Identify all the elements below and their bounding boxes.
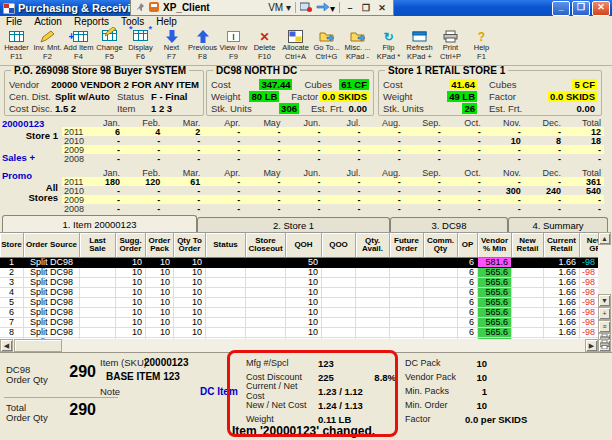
vm-devices-icon[interactable] bbox=[300, 2, 312, 14]
close-button[interactable]: ✕ bbox=[592, 1, 610, 16]
scroll-up-button[interactable]: ▲ bbox=[598, 232, 611, 245]
column-header-status[interactable]: Status bbox=[206, 233, 246, 258]
table-row[interactable]: 8Split DC98101010106565.61.66-98 bbox=[0, 328, 611, 338]
dc-item-link[interactable]: DC Item bbox=[200, 386, 238, 397]
tab-3[interactable]: 3. DC98 bbox=[390, 217, 508, 232]
menu-help[interactable]: Help bbox=[150, 16, 183, 28]
table-row[interactable]: 2Split DC98101010106565.61.66-98 bbox=[0, 268, 611, 278]
tab-2[interactable]: 2. Store 1 bbox=[197, 217, 390, 232]
column-header-op[interactable]: OP bbox=[458, 233, 478, 258]
table-row[interactable]: 4Split DC98101010106565.61.66-98 bbox=[0, 288, 611, 298]
scroll-down-button[interactable]: ▼ bbox=[598, 294, 611, 307]
column-header-qoo[interactable]: QOO bbox=[322, 233, 356, 258]
tab-1[interactable]: 1. Item 20000123 bbox=[2, 215, 197, 232]
horizontal-scrollbar[interactable]: ◀ ▶ bbox=[0, 339, 598, 352]
sales-grid-cell: - bbox=[292, 204, 332, 214]
sales-grid-cell: - bbox=[92, 154, 132, 164]
table-cell bbox=[424, 288, 458, 298]
vm-minimize-button[interactable]: – bbox=[344, 1, 356, 15]
item-sku-value: 20000123 bbox=[144, 357, 189, 368]
toolbar-button-go-to[interactable]: Go To...Ctrl+G bbox=[311, 28, 342, 63]
column-header-last-sale[interactable]: Last Sale bbox=[80, 233, 116, 258]
sales-grid-cell: - bbox=[533, 154, 573, 164]
scroll-left-button[interactable]: ◀ bbox=[0, 339, 13, 352]
horizontal-scroll-thumb[interactable] bbox=[14, 339, 62, 352]
menu-action[interactable]: Action bbox=[28, 16, 68, 28]
vm-send-icon[interactable]: ▾ bbox=[316, 2, 335, 14]
grid-add-button[interactable]: + bbox=[598, 307, 611, 320]
store-panel-value: 0.00 bbox=[529, 103, 597, 114]
column-header-sugg-order[interactable]: Sugg. Order bbox=[116, 233, 146, 258]
vm-restore-button[interactable]: ❐ bbox=[360, 1, 372, 15]
restore-button[interactable]: ❐ bbox=[572, 1, 590, 16]
table-cell: 565.6 bbox=[478, 318, 512, 328]
store-panel-value-chip: 41.64 bbox=[449, 79, 477, 90]
table-row[interactable]: 5Split DC98101010106565.61.66-98 bbox=[0, 298, 611, 308]
toolbar-button-flip[interactable]: ↻FlipKPad * bbox=[373, 28, 404, 63]
table-cell bbox=[390, 268, 424, 278]
sales-grid-row: 2008------------- bbox=[62, 204, 604, 213]
column-header-qoh[interactable]: QOH bbox=[286, 233, 322, 258]
minimize-button[interactable]: _ bbox=[552, 1, 570, 16]
table-cell bbox=[390, 298, 424, 308]
table-cell: 2 bbox=[0, 268, 24, 278]
column-header-comm-qty[interactable]: Comm. Qty bbox=[424, 233, 458, 258]
toolbar-button-display[interactable]: **DisplayF6 bbox=[125, 28, 156, 63]
toolbar-button-change[interactable]: ChangeF5 bbox=[94, 28, 125, 63]
pack-row: Factor0.0 per SKIDS bbox=[405, 412, 575, 426]
vm-menu[interactable]: VM ▾ bbox=[268, 2, 291, 13]
toolbar-button-next[interactable]: NextF7 bbox=[156, 28, 187, 63]
grid-menu-button[interactable]: ≡ bbox=[598, 320, 611, 333]
table-cell: 10 bbox=[174, 318, 206, 328]
dc-panel-label: Stk. Units bbox=[211, 103, 251, 114]
status-label: Status bbox=[117, 91, 151, 102]
detail-label: New / Net Cost bbox=[246, 400, 318, 410]
table-cell: 10 bbox=[146, 318, 174, 328]
column-header-future-order[interactable]: Future Order bbox=[390, 233, 424, 258]
toolbar-button-help[interactable]: ?HelpF1 bbox=[466, 28, 497, 63]
table-cell: 10 bbox=[286, 328, 322, 338]
tab-4[interactable]: 4. Summary bbox=[508, 217, 608, 232]
table-row[interactable]: 3Split DC98101010106565.61.66-98 bbox=[0, 278, 611, 288]
table-cell bbox=[390, 308, 424, 318]
print-icon bbox=[443, 29, 458, 44]
toolbar-button-delete[interactable]: ✕DeleteF10 bbox=[249, 28, 280, 63]
toolbar-button-add-item[interactable]: +Add ItemF4 bbox=[63, 28, 94, 63]
store-panel-row: Weight49 LBFactor0.0 SKIDS bbox=[383, 90, 597, 102]
toolbar-button-allocate[interactable]: AllocateCtrl+A bbox=[280, 28, 311, 63]
table-row[interactable]: 6Split DC98101010106565.61.66-98 bbox=[0, 308, 611, 318]
toolbar-button-key: F11 bbox=[10, 53, 22, 62]
toolbar-button-print[interactable]: PrintCtrl+P bbox=[435, 28, 466, 63]
column-header-qty-to-order[interactable]: Qty To Order bbox=[174, 233, 206, 258]
scroll-right-button[interactable]: ▶ bbox=[585, 339, 598, 352]
toolbar-button-misc[interactable]: Misc. ...KPad - bbox=[342, 28, 373, 63]
table-cell: Split DC98 bbox=[24, 288, 80, 298]
column-header-order-pack[interactable]: Order Pack bbox=[146, 233, 174, 258]
grid-print-button[interactable] bbox=[598, 339, 611, 352]
column-header-current-retail[interactable]: Current Retail bbox=[544, 233, 580, 258]
column-header-order-source[interactable]: Order Source bbox=[24, 233, 80, 258]
table-row[interactable]: 1Split DC98101010506581.61.66-98 bbox=[0, 258, 611, 268]
table-cell bbox=[512, 308, 544, 318]
pin-icon[interactable] bbox=[136, 2, 145, 14]
toolbar-button-previous[interactable]: PreviousF8 bbox=[187, 28, 218, 63]
detail-value: 0.11 LB bbox=[318, 414, 351, 425]
column-header-store[interactable]: Store bbox=[0, 233, 24, 258]
toolbar-button-view-inv[interactable]: IView InvF9 bbox=[218, 28, 249, 63]
dc-panel-row: Cost347.44Cubes61 CF bbox=[211, 78, 369, 90]
vm-close-button[interactable]: ✕ bbox=[376, 1, 388, 15]
table-row[interactable]: 7Split DC98101010106565.61.66-98 bbox=[0, 318, 611, 328]
toolbar-button-inv-mnt[interactable]: Inv. Mnt.F2 bbox=[32, 28, 63, 63]
table-cell bbox=[512, 288, 544, 298]
detail-row: New / Net Cost1.24 / 1.13 bbox=[246, 398, 396, 412]
table-cell bbox=[424, 298, 458, 308]
toolbar-button-header[interactable]: HeaderF11 bbox=[1, 28, 32, 63]
column-header-vendor-min[interactable]: Vendor % Min bbox=[478, 233, 512, 258]
column-header-new-retail[interactable]: New Retail bbox=[512, 233, 544, 258]
toolbar-button-refresh[interactable]: RefreshKPad + bbox=[404, 28, 435, 63]
column-header-store-closeout[interactable]: Store Closeout bbox=[246, 233, 286, 258]
menu-file[interactable]: File bbox=[0, 16, 28, 28]
column-header-qty-avail-[interactable]: Qty. Avail. bbox=[356, 233, 390, 258]
menu-bar: FileActionReportsToolsHelp bbox=[0, 16, 612, 28]
table-cell bbox=[356, 278, 390, 288]
